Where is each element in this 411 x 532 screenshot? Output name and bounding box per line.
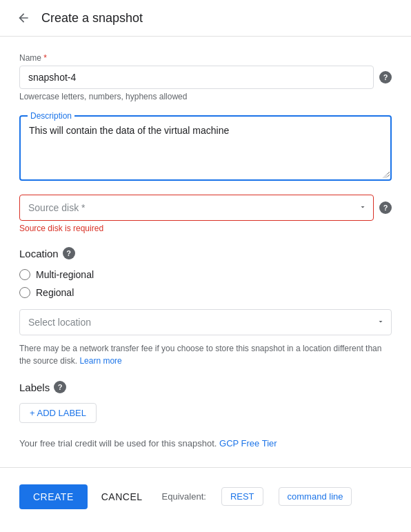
equivalent-label: Equivalent: bbox=[162, 491, 206, 502]
name-label: Name * bbox=[19, 53, 392, 63]
multi-regional-label: Multi-regional bbox=[36, 269, 94, 280]
page-container: Create a snapshot Name * ? Lowercase let… bbox=[0, 0, 411, 526]
description-field-group: Description ◢ bbox=[19, 115, 392, 181]
source-disk-error: Source disk is required bbox=[19, 224, 392, 233]
arrow-left-icon bbox=[17, 11, 30, 25]
page-title: Create a snapshot bbox=[41, 11, 143, 26]
location-title: Location ? bbox=[19, 247, 392, 259]
location-help-icon[interactable]: ? bbox=[63, 247, 75, 259]
cancel-button[interactable]: CANCEL bbox=[99, 484, 146, 509]
name-input[interactable] bbox=[19, 66, 374, 89]
description-label: Description bbox=[28, 111, 74, 121]
location-section: Location ? Multi-regional Regional Selec… bbox=[19, 247, 392, 367]
source-disk-field-group: Source disk * ? Source disk is required bbox=[19, 195, 392, 233]
labels-title: Labels ? bbox=[19, 381, 392, 393]
multi-regional-option[interactable]: Multi-regional bbox=[19, 269, 392, 280]
add-label-button[interactable]: + ADD LABEL bbox=[19, 403, 97, 423]
source-disk-row: Source disk * ? bbox=[19, 195, 392, 221]
location-select[interactable]: Select location bbox=[19, 309, 392, 335]
learn-more-link[interactable]: Learn more bbox=[79, 356, 121, 366]
name-help-icon[interactable]: ? bbox=[379, 71, 392, 83]
description-input[interactable] bbox=[21, 117, 390, 177]
name-input-row: ? bbox=[19, 66, 392, 89]
footer-divider bbox=[0, 467, 411, 468]
multi-regional-radio[interactable] bbox=[19, 269, 30, 280]
source-disk-select-wrapper: Source disk * bbox=[19, 195, 374, 221]
source-disk-select[interactable]: Source disk * bbox=[19, 195, 374, 221]
regional-label: Regional bbox=[36, 287, 74, 298]
command-line-button[interactable]: command line bbox=[279, 487, 352, 506]
regional-option[interactable]: Regional bbox=[19, 287, 392, 298]
header: Create a snapshot bbox=[0, 0, 411, 37]
gcp-free-tier-link[interactable]: GCP Free Tier bbox=[219, 438, 277, 449]
form-content: Name * ? Lowercase letters, numbers, hyp… bbox=[0, 37, 411, 526]
resize-handle[interactable]: ◢ bbox=[382, 171, 389, 178]
rest-button[interactable]: REST bbox=[221, 487, 263, 506]
location-info-text: There may be a network transfer fee if y… bbox=[19, 342, 392, 367]
name-field-group: Name * ? Lowercase letters, numbers, hyp… bbox=[19, 53, 392, 101]
labels-section: Labels ? + ADD LABEL bbox=[19, 381, 392, 423]
action-row: CREATE CANCEL Equivalent: REST command l… bbox=[19, 482, 392, 509]
source-disk-help-icon[interactable]: ? bbox=[379, 201, 392, 214]
labels-help-icon[interactable]: ? bbox=[54, 381, 66, 393]
name-hint: Lowercase letters, numbers, hyphens allo… bbox=[19, 92, 392, 101]
description-wrapper: Description ◢ bbox=[19, 115, 392, 181]
location-radio-group: Multi-regional Regional bbox=[19, 269, 392, 298]
back-button[interactable] bbox=[14, 8, 33, 28]
location-select-wrapper: Select location bbox=[19, 309, 392, 335]
create-button[interactable]: CREATE bbox=[19, 484, 88, 509]
name-required-mark: * bbox=[41, 53, 47, 63]
free-tier-text: Your free trial credit will be used for … bbox=[19, 437, 392, 451]
regional-radio[interactable] bbox=[19, 287, 30, 298]
